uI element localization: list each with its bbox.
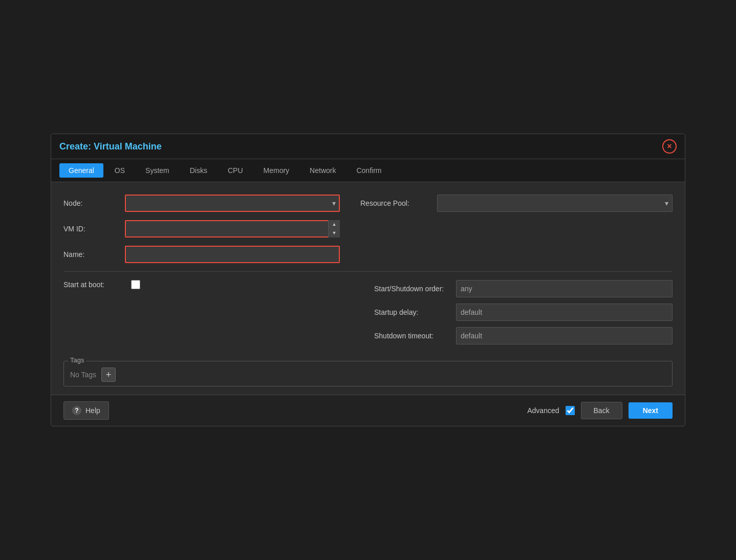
title-bar: Create: Virtual Machine ×	[51, 134, 685, 159]
node-select-wrapper	[125, 195, 340, 212]
tags-content: No Tags +	[70, 365, 666, 382]
start-shutdown-row: Start/Shutdown order:	[374, 280, 673, 297]
start-shutdown-input[interactable]	[456, 280, 673, 297]
name-row: Name:	[63, 246, 673, 263]
node-resource-row: Node: Resource Pool:	[63, 195, 673, 212]
left-column: Start at boot:	[63, 280, 362, 351]
shutdown-timeout-row: Shutdown timeout:	[374, 327, 673, 344]
no-tags-text: No Tags	[70, 371, 96, 379]
tab-network[interactable]: Network	[300, 163, 345, 178]
help-button[interactable]: ? Help	[63, 401, 109, 420]
create-vm-dialog: Create: Virtual Machine × General OS Sys…	[51, 134, 685, 426]
vmid-label: VM ID:	[63, 225, 125, 233]
add-tag-button[interactable]: +	[101, 368, 116, 382]
vmid-increment[interactable]: ▲	[329, 220, 340, 229]
next-button[interactable]: Next	[629, 402, 673, 419]
start-at-boot-label: Start at boot:	[63, 281, 125, 289]
tab-cpu[interactable]: CPU	[219, 163, 252, 178]
resource-pool-select-wrapper	[437, 195, 673, 212]
start-at-boot-checkbox[interactable]	[131, 280, 140, 289]
name-input[interactable]	[125, 246, 340, 263]
shutdown-timeout-label: Shutdown timeout:	[374, 331, 456, 340]
footer-right: Advanced Back Next	[527, 402, 673, 419]
vmid-spinner: ▲ ▼	[328, 220, 340, 238]
vmid-input[interactable]	[125, 220, 340, 238]
tab-bar: General OS System Disks CPU Memory Netwo…	[51, 159, 685, 182]
resource-pool-label: Resource Pool:	[360, 199, 437, 207]
tab-disks[interactable]: Disks	[181, 163, 217, 178]
node-select[interactable]	[125, 195, 340, 212]
startup-delay-row: Startup delay:	[374, 304, 673, 321]
shutdown-timeout-input[interactable]	[456, 327, 673, 344]
start-at-boot-row: Start at boot:	[63, 280, 362, 289]
tab-general[interactable]: General	[59, 163, 103, 178]
resource-pool-select[interactable]	[437, 195, 673, 212]
right-column: Start/Shutdown order: Startup delay: Shu…	[374, 280, 673, 351]
help-icon: ?	[72, 406, 81, 415]
start-shutdown-label: Start/Shutdown order:	[374, 284, 456, 293]
vmid-decrement[interactable]: ▼	[329, 229, 340, 238]
tags-legend: Tags	[68, 356, 86, 364]
advanced-checkbox[interactable]	[566, 406, 575, 415]
divider	[63, 271, 673, 272]
close-button[interactable]: ×	[662, 139, 677, 154]
footer: ? Help Advanced Back Next	[51, 395, 685, 426]
tab-system[interactable]: System	[136, 163, 179, 178]
dialog-title: Create: Virtual Machine	[59, 141, 162, 152]
tab-confirm[interactable]: Confirm	[347, 163, 391, 178]
startup-delay-input[interactable]	[456, 304, 673, 321]
form-content: Node: Resource Pool: VM ID:	[51, 182, 685, 395]
tags-section: Tags No Tags +	[63, 361, 673, 386]
vmid-row: VM ID: ▲ ▼	[63, 220, 673, 238]
startup-delay-label: Startup delay:	[374, 308, 456, 317]
advanced-label: Advanced	[527, 406, 559, 415]
two-col-section: Start at boot: Start/Shutdown order: Sta…	[63, 280, 673, 351]
back-button[interactable]: Back	[581, 402, 622, 419]
node-label: Node:	[63, 199, 125, 207]
tab-os[interactable]: OS	[105, 163, 134, 178]
name-label: Name:	[63, 250, 125, 259]
help-label: Help	[85, 406, 100, 415]
tab-memory[interactable]: Memory	[254, 163, 299, 178]
vmid-input-wrapper: ▲ ▼	[125, 220, 340, 238]
